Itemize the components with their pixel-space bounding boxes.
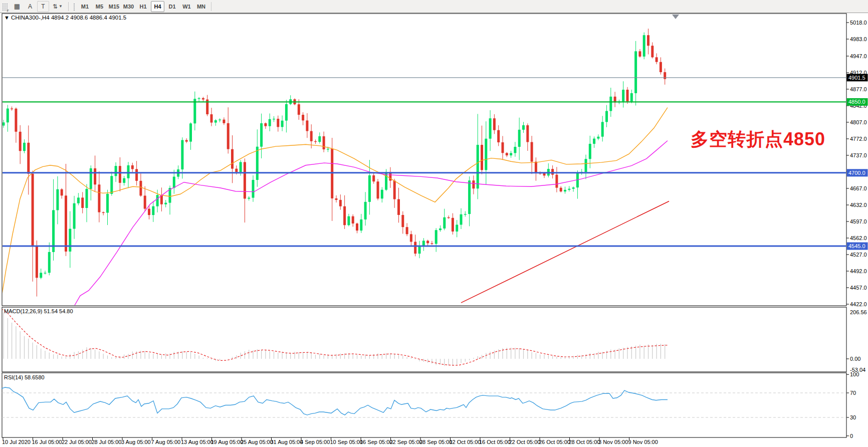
candle-body	[406, 227, 408, 234]
candle-body	[185, 140, 188, 142]
candle-body	[372, 175, 375, 181]
annotation-text[interactable]: 多空转折点4850	[691, 129, 825, 149]
candle-body	[414, 242, 416, 254]
candle-body	[248, 198, 250, 199]
candle-body	[634, 51, 637, 93]
candle-body	[323, 136, 325, 149]
candle-body	[235, 169, 238, 172]
candle-body	[27, 143, 30, 174]
candle-body	[11, 109, 13, 109]
date-label: 22 Jul 05:00	[62, 439, 92, 445]
candle-body	[360, 219, 362, 231]
candle-body	[44, 273, 47, 273]
candle-body	[397, 199, 400, 215]
candle-body	[285, 104, 288, 121]
rsi-scale-label: 0	[850, 433, 853, 439]
candle-body	[502, 142, 504, 153]
candle-body	[638, 51, 641, 57]
candle-body	[77, 197, 80, 203]
candle-body	[531, 142, 533, 161]
candle-body	[535, 162, 537, 173]
candle-body	[572, 187, 575, 189]
date-label: 22 Sep 05:00	[390, 439, 422, 445]
candle-body	[514, 147, 516, 153]
date-label: 16 Jul 05:00	[32, 439, 62, 445]
date-label: 28 Sep 05:00	[419, 439, 452, 445]
candle-body	[401, 215, 404, 227]
price-tick-label: 4422.0	[850, 301, 867, 307]
candle-body	[219, 120, 221, 120]
candle-body	[589, 144, 591, 159]
candle-body	[485, 139, 487, 170]
candle-body	[181, 140, 183, 170]
candle-body	[647, 35, 649, 46]
candle-body	[123, 178, 125, 183]
date-label: 16 Oct 05:00	[479, 439, 511, 445]
candle-body	[32, 174, 34, 247]
candle-body	[643, 35, 645, 57]
price-tick-label: 5018.0	[850, 20, 867, 26]
main-panel-frame	[2, 14, 846, 306]
candle-body	[119, 166, 121, 183]
candle-body	[298, 104, 300, 115]
candle-body	[7, 109, 9, 123]
candle-body	[522, 125, 525, 130]
candle-body	[426, 241, 429, 243]
candle-body	[19, 132, 22, 151]
candle-body	[214, 120, 217, 123]
candle-body	[609, 97, 612, 111]
candle-body	[518, 130, 521, 147]
candle-body	[314, 141, 317, 142]
price-tick-label: 4632.0	[850, 202, 867, 208]
candle-body	[555, 175, 558, 188]
candle-body	[48, 252, 51, 273]
candle-body	[664, 72, 666, 79]
candle-body	[73, 203, 76, 229]
date-label: 3 Aug 05:00	[121, 439, 151, 445]
candle-body	[493, 118, 496, 130]
price-badge-label: 4901.5	[848, 75, 865, 81]
candle-body	[131, 165, 134, 169]
candle-body	[148, 209, 150, 215]
candle-body	[452, 218, 454, 232]
candle-body	[36, 247, 38, 278]
candle-body	[302, 115, 304, 120]
candle-body	[430, 243, 433, 244]
candle-body	[156, 195, 159, 206]
candle-body	[210, 114, 213, 123]
candle-body	[202, 98, 204, 100]
rsi-scale-label: 30	[850, 414, 856, 420]
candle-body	[448, 217, 450, 218]
candle-body	[264, 123, 267, 126]
price-badge-label: 4545.0	[848, 243, 865, 249]
candle-body	[110, 176, 113, 194]
candle-body	[40, 273, 42, 278]
price-tick-label: 4667.0	[850, 185, 867, 191]
candle-body	[61, 189, 63, 196]
price-tick-label: 4597.0	[850, 218, 867, 225]
candle-body	[240, 162, 242, 172]
candle-body	[127, 165, 130, 178]
candle-body	[468, 180, 471, 214]
candle-body	[339, 200, 342, 206]
candle-body	[256, 147, 259, 180]
candle-body	[90, 168, 92, 189]
candle-body	[260, 123, 263, 147]
date-label: 9 Nov 05:00	[628, 439, 658, 445]
chart-canvas[interactable]: ▼CHINA300-,H4 4894.2 4908.6 4886.4 4901.…	[0, 0, 868, 447]
date-axis[interactable]: 10 Jul 202016 Jul 05:0022 Jul 05:0028 Ju…	[2, 437, 658, 445]
candle-body	[651, 46, 654, 57]
macd-label: MACD(12,26,9) 51.54 54.80	[4, 308, 73, 314]
chart-menu-icon[interactable]: ▼	[4, 15, 10, 21]
date-label: 22 Oct 05:00	[509, 439, 541, 445]
candle-body	[439, 229, 442, 230]
candle-body	[281, 121, 284, 127]
macd-scale-label: 0.00	[850, 356, 860, 362]
candle-body	[3, 122, 5, 125]
date-label: 10 Sep 05:00	[330, 439, 363, 445]
candle-body	[86, 189, 88, 208]
candle-body	[227, 123, 230, 149]
price-badge-label: 4700.0	[848, 170, 865, 176]
date-label: 3 Nov 05:00	[598, 439, 628, 445]
candle-body	[564, 190, 566, 191]
